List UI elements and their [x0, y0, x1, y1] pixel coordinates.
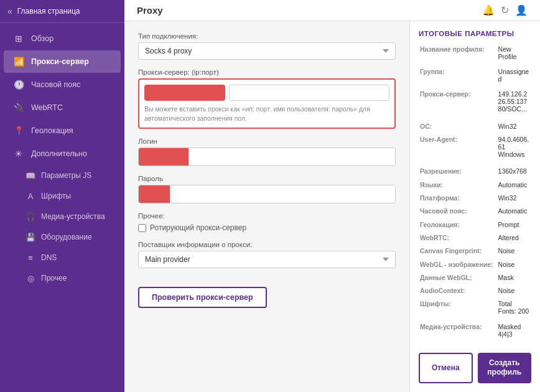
summary-row-label: Группа:	[419, 66, 497, 88]
summary-panel: ИТОГОВЫЕ ПАРАМЕТРЫ Название профиля:New …	[409, 21, 540, 392]
proxy-input-row	[144, 85, 389, 101]
summary-row-label: Прокси-сервер:	[419, 89, 497, 121]
summary-row: ОС:Win32	[419, 121, 531, 134]
login-input[interactable]	[189, 148, 395, 166]
bell-icon[interactable]: 🔔	[482, 4, 495, 16]
connection-type-select[interactable]: Socks 4 proxy	[138, 42, 396, 60]
summary-row-value: Automatic	[497, 206, 531, 219]
password-input[interactable]	[170, 185, 395, 203]
password-red-block	[139, 185, 170, 203]
fonts-icon: A	[25, 190, 36, 202]
summary-row: Разрешение:1360x768	[419, 166, 531, 179]
summary-row-label: WebRTC:	[419, 232, 497, 245]
summary-row: Геолокация:Prompt	[419, 219, 531, 232]
sidebar-home-label: Главная страница	[17, 7, 80, 16]
summary-row-label: Шрифты:	[419, 299, 497, 321]
webrtc-icon: 🔌	[12, 101, 25, 114]
media-icon: 🎧	[25, 211, 36, 222]
password-label: Пароль	[138, 175, 396, 182]
summary-row-value: Win32	[497, 121, 531, 134]
sidebar-item-other[interactable]: ◎ Прочее	[4, 268, 121, 288]
sidebar-item-proxy[interactable]: 📶 Прокси-сервер	[4, 50, 121, 73]
dns-icon: ≡	[25, 252, 36, 263]
summary-row-value: 1360x768	[497, 166, 531, 179]
summary-row: WebRTC:Altered	[419, 232, 531, 245]
summary-row: Canvas Fingerprint:Noise	[419, 246, 531, 259]
password-input-wrapper	[138, 185, 396, 203]
summary-table: Название профиля:New ProfileГруппа:Unass…	[419, 44, 531, 344]
summary-row: Шрифты:Total Fonts: 200	[419, 299, 531, 321]
summary-row-label: AudioContext:	[419, 286, 497, 299]
rotating-proxy-checkbox[interactable]	[138, 224, 146, 232]
summary-row-value: Total Fonts: 200	[497, 299, 531, 321]
summary-row-value: Mask	[497, 272, 531, 285]
misc-label: Прочее:	[138, 212, 396, 220]
sidebar-item-fonts[interactable]: A Шрифты	[4, 186, 121, 206]
sidebar-item-dns[interactable]: ≡ DNS	[4, 248, 121, 268]
topbar-icons: 🔔 ↻ 👤	[482, 4, 528, 16]
summary-row: Часовой пояс:Automatic	[419, 206, 531, 219]
summary-row: Языки:Automatic	[419, 179, 531, 192]
sidebar-item-overview[interactable]: ⊞ Обзор	[4, 27, 121, 50]
summary-row: WebGL - изображение:Noise	[419, 259, 531, 272]
summary-row: Название профиля:New Profile	[419, 44, 531, 66]
sidebar-item-label: WebRTC	[31, 103, 63, 112]
summary-row: Данные WebGL:Mask	[419, 272, 531, 285]
sidebar-item-timezone[interactable]: 🕐 Часовой пояс	[4, 73, 121, 96]
topbar: Proxy 🔔 ↻ 👤	[124, 0, 540, 21]
check-proxy-button[interactable]: Проверить прокси-сервер	[138, 287, 267, 308]
sidebar-item-webrtc[interactable]: 🔌 WebRTC	[4, 96, 121, 119]
proxy-icon: 📶	[12, 55, 25, 68]
form-panel: Тип подключения: Socks 4 proxy Прокси-се…	[124, 21, 409, 392]
sidebar-item-js-params[interactable]: 📖 Параметры JS	[4, 166, 121, 185]
proxy-ip-input[interactable]	[144, 85, 225, 101]
sidebar-item-media[interactable]: 🎧 Медиа-устройства	[4, 207, 121, 226]
summary-actions: Отмена Создать профиль	[419, 353, 531, 383]
summary-row-value: Win32	[497, 192, 531, 205]
summary-row-value: Noise	[497, 286, 531, 299]
summary-row-label: Языки:	[419, 179, 497, 192]
sidebar-sub-label: Оборудование	[41, 233, 92, 241]
proxy-port-input[interactable]	[229, 85, 389, 101]
sidebar-sub-label: Медиа-устройства	[41, 212, 105, 221]
create-profile-button[interactable]: Создать профиль	[478, 353, 532, 383]
provider-group: Поставщик информации о прокси: Main prov…	[138, 241, 396, 268]
misc-group: Прочее: Ротирующий прокси-сервер	[138, 212, 396, 232]
password-group: Пароль	[138, 175, 396, 203]
summary-row-label: Название профиля:	[419, 44, 497, 66]
sidebar-item-advanced[interactable]: ✳ Дополнительно	[4, 142, 121, 165]
rotating-proxy-label: Ротирующий прокси-сервер	[150, 223, 246, 232]
create-btn-line2: профиль	[487, 368, 521, 376]
js-params-icon: 📖	[25, 170, 36, 181]
geolocation-icon: 📍	[12, 124, 25, 137]
connection-type-label: Тип подключения:	[138, 32, 396, 40]
cancel-button[interactable]: Отмена	[419, 353, 473, 383]
summary-title: ИТОГОВЫЕ ПАРАМЕТРЫ	[419, 30, 531, 37]
provider-select[interactable]: Main provider	[138, 251, 396, 268]
summary-row-value: Noise	[497, 246, 531, 259]
refresh-icon[interactable]: ↻	[501, 4, 509, 16]
summary-row-label: User-Agent:	[419, 134, 497, 166]
proxy-hint: Вы можете вставить прокси как «ип: порт:…	[144, 105, 389, 123]
summary-row-label: Часовой пояс:	[419, 206, 497, 219]
summary-row-value: 94.0.4606.61 Windows	[497, 134, 531, 166]
sidebar-sub-label: Прочее	[41, 274, 67, 282]
sidebar-item-hardware[interactable]: 💾 Оборудование	[4, 227, 121, 247]
summary-row-label: Данные WebGL:	[419, 272, 497, 285]
summary-row-label: Canvas Fingerprint:	[419, 246, 497, 259]
sidebar-home[interactable]: « Главная страница	[0, 0, 124, 23]
login-group: Логин	[138, 138, 396, 166]
login-label: Логин	[138, 138, 396, 145]
sidebar-item-geolocation[interactable]: 📍 Геолокация	[4, 119, 121, 142]
timezone-icon: 🕐	[12, 78, 25, 91]
user-icon[interactable]: 👤	[515, 4, 528, 16]
connection-type-group: Тип подключения: Socks 4 proxy	[138, 32, 396, 60]
sidebar-item-label: Геолокация	[31, 126, 73, 135]
summary-row-value: New Profile	[497, 44, 531, 66]
sidebar-item-label: Часовой пояс	[31, 80, 80, 89]
summary-row-value: Prompt	[497, 219, 531, 232]
create-btn-line1: Создать	[489, 358, 519, 367]
login-red-block	[139, 148, 189, 166]
summary-row-label: WebGL - изображение:	[419, 259, 497, 272]
summary-row-label: Платформа:	[419, 192, 497, 205]
